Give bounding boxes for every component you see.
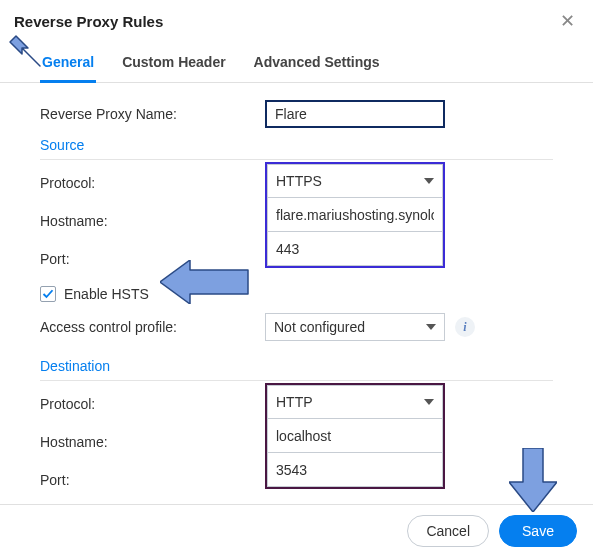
label-src-protocol: Protocol:	[40, 175, 265, 191]
select-access-profile[interactable]: Not configured	[265, 313, 445, 341]
select-src-protocol[interactable]: HTTPS	[267, 164, 443, 198]
label-access-profile: Access control profile:	[40, 319, 265, 335]
source-highlight-box: HTTPS	[265, 162, 445, 268]
tab-general[interactable]: General	[40, 48, 96, 83]
input-src-hostname[interactable]	[267, 198, 443, 232]
save-button[interactable]: Save	[499, 515, 577, 547]
checkbox-enable-hsts[interactable]	[40, 286, 56, 302]
row-enable-hsts: Enable HSTS	[40, 280, 553, 306]
close-icon[interactable]: ✕	[556, 10, 579, 32]
dialog-titlebar: Reverse Proxy Rules ✕	[0, 0, 593, 38]
select-access-profile-value: Not configured	[274, 319, 365, 335]
input-dst-hostname[interactable]	[267, 419, 443, 453]
label-src-port: Port:	[40, 251, 265, 267]
tab-custom-header[interactable]: Custom Header	[120, 48, 227, 83]
section-destination: Destination	[40, 358, 553, 381]
input-dst-port[interactable]	[267, 453, 443, 487]
label-src-hostname: Hostname:	[40, 213, 265, 229]
chevron-down-icon	[424, 399, 434, 405]
select-src-protocol-value: HTTPS	[276, 173, 322, 189]
chevron-down-icon	[426, 324, 436, 330]
cancel-button[interactable]: Cancel	[407, 515, 489, 547]
row-access-profile: Access control profile: Not configured i	[40, 310, 553, 344]
form-body: Reverse Proxy Name: Source Protocol: Hos…	[0, 83, 593, 501]
dialog-title: Reverse Proxy Rules	[14, 13, 163, 30]
label-dst-hostname: Hostname:	[40, 434, 265, 450]
input-proxy-name[interactable]	[265, 100, 445, 128]
label-enable-hsts: Enable HSTS	[64, 286, 149, 302]
select-dst-protocol-value: HTTP	[276, 394, 313, 410]
row-proxy-name: Reverse Proxy Name:	[40, 97, 553, 131]
label-proxy-name: Reverse Proxy Name:	[40, 106, 265, 122]
dialog-footer: Cancel Save	[0, 504, 593, 557]
input-src-port[interactable]	[267, 232, 443, 266]
label-dst-port: Port:	[40, 472, 265, 488]
info-icon[interactable]: i	[455, 317, 475, 337]
chevron-down-icon	[424, 178, 434, 184]
section-source: Source	[40, 137, 553, 160]
destination-highlight-box: HTTP	[265, 383, 445, 489]
tab-bar: General Custom Header Advanced Settings	[0, 38, 593, 83]
checkmark-icon	[42, 288, 54, 300]
label-dst-protocol: Protocol:	[40, 396, 265, 412]
tab-advanced-settings[interactable]: Advanced Settings	[252, 48, 382, 83]
select-dst-protocol[interactable]: HTTP	[267, 385, 443, 419]
